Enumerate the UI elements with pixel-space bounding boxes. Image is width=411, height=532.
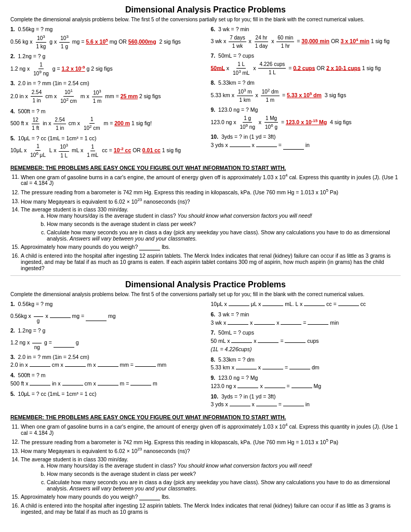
problem-8: 8. 5.33km = ? dm 5.33 km x 103 m1 km x 1…	[211, 79, 401, 104]
problem-2: 2. 1.2ng = ? g 1.2 ng x 1109 ng g = 1.2 …	[10, 52, 201, 77]
remember-notice-2: REMEMBER: THE PROBLEMS ARE EASY ONCE YOU…	[10, 414, 401, 420]
blank-word-problem-16: A child is entered into the hospital aft…	[21, 502, 401, 515]
blank-problem-3: 3. 2.0 in = ? mm (1in = 2.54 cm) 2.0 in …	[10, 353, 201, 370]
word-problem-12: The pressure reading from a barometer is…	[21, 188, 401, 195]
blank-problem-6: 6. 3 wk = ? min 3 wk x x x = min	[211, 311, 401, 327]
word-problem-11: When one gram of gasoline burns in a car…	[21, 173, 401, 187]
page-divider	[10, 275, 401, 276]
blank-problem-7: 7. 50mL = ? cups 50 mL x x = cups (1L = …	[211, 329, 401, 353]
blank-problem-10: 10. 3yds = ? in (1 yd = 3ft) 3 yds x x =…	[211, 393, 401, 409]
word-problem-14a: How many hours/day is the average studen…	[47, 212, 401, 219]
word-problems-2: When one gram of gasoline burns in a car…	[10, 422, 401, 515]
page2-section: Dimensional Analysis Practice Problems C…	[10, 280, 401, 515]
problem-1: 1. 0.56kg = ? mg 0.56 kg x 1031 kg g x 1…	[10, 25, 201, 50]
blank-word-problem-14b: How many seconds is the average student …	[47, 471, 401, 477]
problem-3: 3. 2.0 in = ? mm (1in = 2.54 cm) 2.0 in …	[10, 79, 201, 105]
blank-word-problem-13: How many Megayears is equivalent to 6.02…	[21, 447, 401, 454]
blank-problem-1: 1. 0.56kg = ? mg 0.56kg x g x mg = mg	[10, 300, 201, 325]
page-title-2: Dimensional Analysis Practice Problems	[10, 280, 401, 289]
blank-right-header: 10μL x μL x mL. L x cc = cc	[211, 300, 401, 309]
problem-9: 9. 123.0 ng = ? Mg 123.0 ng x 1 g109 ng …	[211, 106, 401, 131]
word-problem-15: Approximately how many pounds do you wei…	[21, 244, 401, 250]
remember-notice-1: REMEMBER: THE PROBLEMS ARE EASY ONCE YOU…	[10, 165, 401, 171]
word-problem-13: How many Megayears is equivalent to 6.02…	[21, 197, 401, 205]
word-problem-14: The average student is in class 330 min/…	[21, 206, 401, 242]
word-problem-14b: How many seconds is the average student …	[47, 221, 401, 227]
blank-word-problem-14c: Calculate how many seconds you are in cl…	[47, 479, 401, 491]
problem-5: 5. 10μL = ? cc (1mL = 1cm³ = 1 cc) 10μL …	[10, 135, 201, 159]
blank-word-problem-14a: How many hours/day is the average studen…	[47, 462, 401, 469]
blank-problem-9: 9. 123.0 ng = ? Mg 123.0 ng x x = Mg	[211, 374, 401, 391]
blank-word-problem-14: The average student is in class 330 min/…	[21, 456, 401, 491]
blank-word-problem-12: The pressure reading from a barometer is…	[21, 438, 401, 445]
instructions-1: Complete the dimensional analysis proble…	[10, 17, 401, 22]
instructions-2: Complete the dimensional analysis proble…	[10, 291, 401, 297]
problem-4: 4. 500ft = ? m 500 ft x 121 ft in x 2.54…	[10, 108, 201, 132]
problem-7: 7. 50mL = ? cups 50mL x 1 L103 mL x 4.22…	[211, 52, 401, 77]
page1-section: Dimensional Analysis Practice Problems C…	[10, 5, 401, 271]
problem-6: 6. 3 wk = ? min 3 wk x 7 days1 wk x 24 h…	[211, 25, 401, 50]
word-problems-1: When one gram of gasoline burns in a car…	[10, 173, 401, 272]
blank-problem-5: 5. 10μL = ? cc (1mL = 1cm³ = 1 cc)	[10, 390, 201, 398]
answer-key-grid: 1. 0.56kg = ? mg 0.56 kg x 1031 kg g x 1…	[10, 25, 401, 162]
blank-word-problem-15: Approximately how many pounds do you wei…	[21, 494, 401, 500]
blank-problems-grid: 1. 0.56kg = ? mg 0.56kg x g x mg = mg 2.…	[10, 300, 401, 411]
blank-word-problem-11: When one gram of gasoline burns in a car…	[21, 422, 401, 436]
blank-problem-4: 4. 500ft = ? m 500 ft x in x cm x m = m	[10, 371, 201, 388]
word-problem-14c: Calculate how many seconds you are in cl…	[47, 229, 401, 242]
blank-problem-8: 8. 5.33km = ? dm 5.33 km x x = dm	[211, 356, 401, 373]
blank-problem-2: 2. 1.2ng = ? g 1.2 ng x ng g = g	[10, 327, 201, 351]
page-title-1: Dimensional Analysis Practice Problems	[10, 5, 401, 15]
problem-10: 10. 3yds = ? in (1 yd = 3ft) 3 yds x x =…	[211, 133, 401, 150]
word-problem-16: A child is entered into the hospital aft…	[21, 252, 401, 271]
